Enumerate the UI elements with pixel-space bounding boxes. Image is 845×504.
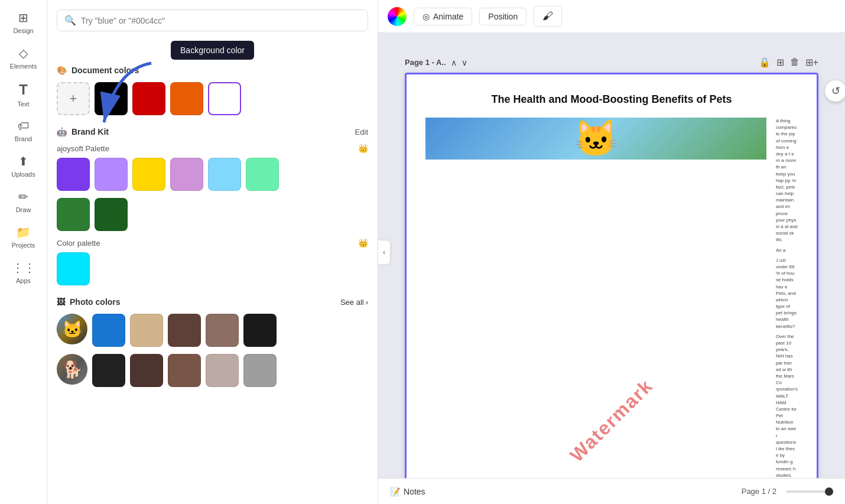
sidebar-nav: ⊞ Design ◇ Elements T Text 🏷 Brand ⬆ Upl…: [0, 0, 47, 504]
brand-swatch-purple[interactable]: [57, 158, 90, 191]
brand-swatch-green[interactable]: [246, 158, 279, 191]
see-all-btn[interactable]: See all ›: [340, 298, 368, 307]
color-wheel-btn[interactable]: [388, 7, 407, 26]
crown-icon2: 👑: [358, 238, 368, 248]
brand-swatch-lavender[interactable]: [95, 158, 128, 191]
page1-document[interactable]: ↺ The Health and Mood-Boosting Benefits …: [405, 73, 818, 478]
apps-icon: ⋮⋮: [12, 261, 35, 275]
paint-icon: 🖌: [542, 10, 553, 22]
sidebar-item-projects[interactable]: 📁 Projects: [2, 220, 45, 253]
color-panel: 🔍 Background color 🎨 Document colors +: [47, 0, 378, 504]
brand-swatch-lightblue[interactable]: [208, 158, 241, 191]
canvas-scroll[interactable]: ‹ Page 1 - A.. ∧ ∨ 🔒 ⊞ 🗑 ⊞+ ↺ The Health…: [378, 33, 845, 478]
notes-icon: 📝: [390, 487, 400, 496]
refresh-btn[interactable]: ↺: [825, 80, 845, 102]
brand-icon: 🏷: [18, 119, 30, 133]
page1-actions: 🔒 ⊞ 🗑 ⊞+: [759, 57, 818, 68]
photo-swatch-blue[interactable]: [92, 314, 125, 347]
doc-swatch-orange[interactable]: [170, 82, 203, 115]
palette2-swatch-cyan[interactable]: [57, 252, 90, 285]
doc-swatch-white[interactable]: [208, 82, 241, 115]
sidebar-item-draw[interactable]: ✏ Draw: [2, 185, 45, 218]
notes-btn[interactable]: 📝 Notes: [390, 487, 425, 496]
tooltip-container: Background color: [57, 41, 368, 60]
photo-color-row2: 🐕: [57, 354, 368, 387]
sidebar-label-text: Text: [17, 100, 29, 108]
page1-header-row: Page 1 - A.. ∧ ∨ 🔒 ⊞ 🗑 ⊞+: [405, 57, 818, 68]
brand-color-row2: [57, 198, 368, 231]
doc-text-col: A thing compares to the joy of coming ho…: [776, 118, 798, 478]
palette1-name: ajoysoft Palette: [57, 144, 109, 153]
photo-dog-thumb[interactable]: 🐕: [57, 354, 87, 385]
animate-btn[interactable]: ◎ Animate: [414, 8, 472, 25]
position-btn[interactable]: Position: [479, 8, 526, 25]
blue-arrow-icon: [92, 57, 163, 134]
page1-wrapper: Page 1 - A.. ∧ ∨ 🔒 ⊞ 🗑 ⊞+ ↺ The Health a…: [405, 57, 818, 478]
page-count: Page 1 / 2: [742, 487, 776, 496]
palette2-color-row: [57, 252, 368, 285]
brand-swatch-lilac[interactable]: [170, 158, 203, 191]
brand-color-row1: [57, 158, 368, 191]
photo-cat-thumb[interactable]: 🐱: [57, 314, 87, 344]
photo-colors-title: 🖼 Photo colors: [57, 297, 121, 307]
sidebar-item-brand[interactable]: 🏷 Brand: [2, 115, 45, 147]
sidebar-item-apps[interactable]: ⋮⋮ Apps: [2, 256, 45, 289]
photo-swatch-darkgray1[interactable]: [92, 354, 125, 387]
lock-btn[interactable]: 🔒: [759, 57, 771, 68]
photo-color-row1: 🐱: [57, 314, 368, 347]
top-toolbar: ◎ Animate Position 🖌: [378, 0, 845, 33]
brand-swatch-darkgreen1[interactable]: [57, 198, 90, 231]
crown-icon: 👑: [358, 144, 368, 153]
position-label: Position: [488, 12, 518, 21]
zoom-slider[interactable]: [786, 490, 833, 493]
collapse-panel-btn[interactable]: ‹: [378, 240, 390, 264]
photo-swatch-tan[interactable]: [130, 314, 163, 347]
sidebar-item-design[interactable]: ⊞ Design: [2, 6, 45, 39]
tooltip-label: Background color: [180, 45, 245, 55]
search-input[interactable]: [81, 16, 360, 25]
chevron-right-icon: ›: [366, 298, 368, 307]
delete-page-btn[interactable]: 🗑: [790, 57, 800, 68]
photo-swatch-brownlt[interactable]: [206, 354, 239, 387]
design-icon: ⊞: [18, 11, 28, 25]
copy-page-btn[interactable]: ⊞: [776, 57, 784, 68]
brand-kit-icon: 🤖: [57, 127, 67, 136]
draw-icon: ✏: [18, 190, 28, 204]
brand-swatch-darkgreen2[interactable]: [95, 198, 128, 231]
add-color-btn[interactable]: +: [57, 82, 90, 115]
zoom-handle[interactable]: [825, 487, 833, 496]
sidebar-item-uploads[interactable]: ⬆ Uploads: [2, 149, 45, 183]
uploads-icon: ⬆: [18, 154, 28, 168]
edit-link[interactable]: Edit: [355, 128, 368, 136]
notes-label: Notes: [404, 487, 425, 496]
page1-label: Page 1 - A..: [405, 58, 446, 67]
palette1-header: ajoysoft Palette 👑: [57, 144, 368, 153]
zoom-control[interactable]: [786, 490, 833, 493]
sidebar-label-apps: Apps: [16, 277, 31, 284]
photo-colors-header: 🖼 Photo colors See all ›: [57, 297, 368, 307]
sidebar-label-uploads: Uploads: [11, 171, 35, 178]
page-info: Page 1 / 2: [742, 487, 776, 496]
sidebar-label-projects: Projects: [12, 242, 35, 249]
brand-kit-section: 🤖 Brand Kit Edit ajoysoft Palette 👑 Colo…: [57, 127, 368, 285]
photo-swatch-browndk[interactable]: [130, 354, 163, 387]
color-search-bar[interactable]: 🔍: [57, 9, 368, 31]
sidebar-item-elements[interactable]: ◇ Elements: [2, 41, 45, 74]
photo-swatch-gray[interactable]: [243, 354, 277, 387]
photo-swatch-darkblack[interactable]: [243, 314, 277, 347]
brand-swatch-yellow[interactable]: [132, 158, 165, 191]
palette2-header: Color palette 👑: [57, 238, 368, 248]
canvas-area: ◎ Animate Position 🖌 ‹ Page 1 - A.. ∧ ∨ …: [378, 0, 845, 504]
doc-colors-icon: 🎨: [57, 66, 67, 75]
search-icon: 🔍: [64, 15, 76, 26]
elements-icon: ◇: [19, 46, 28, 60]
animate-icon: ◎: [422, 12, 430, 21]
sidebar-item-text[interactable]: T Text: [2, 77, 45, 112]
page1-chevron-up[interactable]: ∧: [451, 58, 457, 67]
paint-format-btn[interactable]: 🖌: [534, 6, 562, 27]
page1-chevron-down[interactable]: ∨: [462, 58, 467, 67]
photo-swatch-brown1[interactable]: [168, 314, 201, 347]
photo-swatch-brown2[interactable]: [206, 314, 239, 347]
add-page-btn[interactable]: ⊞+: [805, 57, 818, 68]
photo-swatch-brownmd[interactable]: [168, 354, 201, 387]
